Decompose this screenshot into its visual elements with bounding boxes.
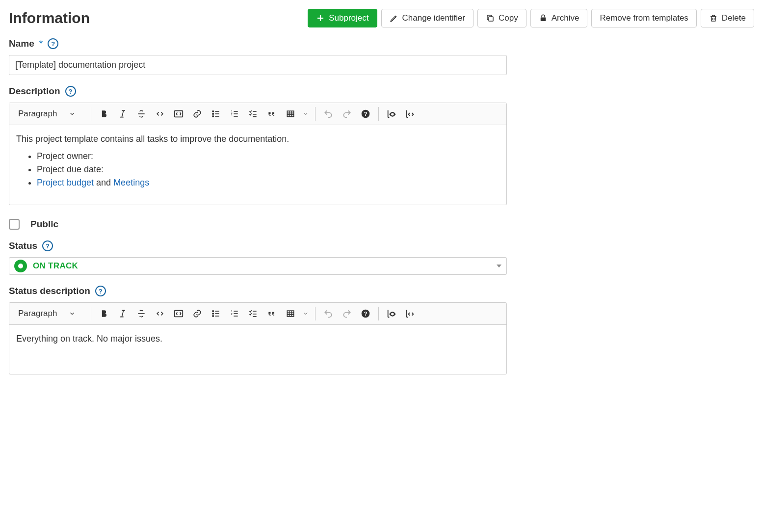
italic-icon (118, 309, 128, 319)
svg-point-11 (212, 111, 214, 112)
svg-point-12 (212, 113, 214, 115)
table-dropdown-button[interactable] (300, 306, 311, 321)
bold-button[interactable] (95, 306, 113, 321)
archive-label: Archive (552, 13, 579, 23)
list-item: Project owner: (37, 151, 500, 161)
page-header: Information Subproject Change identifier… (9, 9, 754, 27)
code-button[interactable] (151, 106, 169, 122)
todo-list-button[interactable] (244, 106, 262, 122)
table-dropdown-button[interactable] (300, 106, 311, 122)
budget-link[interactable]: Project budget (37, 178, 94, 187)
change-identifier-button[interactable]: Change identifier (381, 9, 474, 27)
status-value: ON TRACK (14, 260, 78, 272)
toolbar-separator (315, 307, 316, 320)
preview-button[interactable] (383, 306, 400, 321)
svg-point-40 (212, 316, 214, 317)
lock-icon (539, 14, 548, 23)
help-icon[interactable]: ? (42, 240, 53, 251)
status-label: Status (9, 240, 37, 251)
redo-button[interactable] (338, 106, 356, 122)
code-icon (155, 109, 165, 119)
editor-help-button[interactable]: ? (357, 306, 374, 321)
link-icon (192, 309, 202, 319)
table-button[interactable] (282, 106, 299, 122)
paragraph-dropdown[interactable]: Paragraph (13, 307, 87, 320)
numbered-list-button[interactable]: 12 (226, 106, 243, 122)
quote-icon (267, 309, 277, 319)
quote-icon (267, 109, 277, 119)
delete-button[interactable]: Delete (701, 9, 754, 27)
svg-rect-10 (175, 111, 183, 117)
toolbar-separator (378, 107, 379, 121)
todo-list-button[interactable] (244, 306, 262, 321)
codeblock-button[interactable] (170, 306, 187, 321)
bold-icon (99, 109, 109, 119)
status-desc-text: Everything on track. No major issues. (16, 334, 500, 344)
codeblock-icon (173, 308, 184, 319)
codeblock-icon (173, 108, 184, 119)
link-button[interactable] (188, 306, 206, 321)
preview-button[interactable] (383, 106, 400, 122)
table-icon (286, 109, 295, 119)
numbered-list-button[interactable]: 12 (226, 306, 243, 321)
chevron-down-icon (69, 110, 76, 117)
svg-point-39 (212, 313, 214, 315)
svg-rect-37 (175, 311, 183, 317)
blockquote-button[interactable] (263, 106, 281, 122)
paragraph-dropdown[interactable]: Paragraph (13, 107, 87, 121)
blockquote-button[interactable] (263, 306, 281, 321)
bulleted-list-button[interactable] (207, 106, 225, 122)
undo-button[interactable] (319, 106, 337, 122)
toolbar-separator (315, 107, 316, 121)
redo-button[interactable] (338, 306, 356, 321)
public-row: Public (9, 219, 754, 230)
public-checkbox[interactable] (9, 219, 20, 230)
pencil-icon (390, 14, 398, 23)
undo-button[interactable] (319, 306, 337, 321)
archive-button[interactable]: Archive (530, 9, 588, 27)
status-desc-content[interactable]: Everything on track. No major issues. (9, 325, 506, 374)
description-list: Project owner: Project due date: Project… (16, 151, 500, 188)
editor-help-button[interactable]: ? (357, 106, 374, 122)
codeblock-button[interactable] (170, 106, 187, 122)
help-filled-icon: ? (361, 309, 370, 319)
link-button[interactable] (188, 106, 206, 122)
copy-icon (486, 14, 495, 23)
subproject-button[interactable]: Subproject (308, 9, 377, 27)
status-desc-editor: Paragraph 12 ? Everything on track. No m… (9, 302, 507, 374)
strikethrough-button[interactable] (132, 106, 150, 122)
help-icon[interactable]: ? (48, 38, 58, 49)
remove-templates-button[interactable]: Remove from templates (591, 9, 696, 27)
source-button[interactable] (401, 106, 419, 122)
status-select[interactable]: ON TRACK (9, 257, 507, 275)
table-button[interactable] (282, 306, 299, 321)
copy-button[interactable]: Copy (477, 9, 526, 27)
list-number-icon: 12 (230, 309, 239, 319)
editor-toolbar: Paragraph 12 ? (9, 303, 506, 325)
list-bullet-icon (211, 309, 221, 319)
italic-button[interactable] (114, 306, 132, 321)
code-button[interactable] (151, 306, 169, 321)
page-title: Information (9, 10, 90, 27)
name-input[interactable] (9, 55, 507, 75)
svg-rect-25 (287, 111, 293, 117)
help-icon[interactable]: ? (65, 86, 76, 97)
undo-icon (323, 309, 333, 319)
chevron-down-icon (303, 111, 309, 117)
source-button[interactable] (401, 306, 419, 321)
bold-button[interactable] (95, 106, 113, 122)
bulleted-list-button[interactable] (207, 306, 225, 321)
remove-templates-label: Remove from templates (600, 13, 688, 23)
name-label: Name (9, 38, 34, 49)
list-check-icon (248, 109, 258, 119)
strikethrough-button[interactable] (132, 306, 150, 321)
help-icon[interactable]: ? (95, 286, 106, 296)
status-dot-icon (14, 260, 27, 272)
svg-rect-2 (489, 17, 493, 21)
description-label-row: Description ? (9, 86, 754, 97)
table-icon (286, 309, 295, 319)
description-content[interactable]: This project template contains all tasks… (9, 125, 506, 205)
status-desc-label-row: Status description ? (9, 286, 754, 296)
meetings-link[interactable]: Meetings (113, 178, 149, 187)
italic-button[interactable] (114, 106, 132, 122)
